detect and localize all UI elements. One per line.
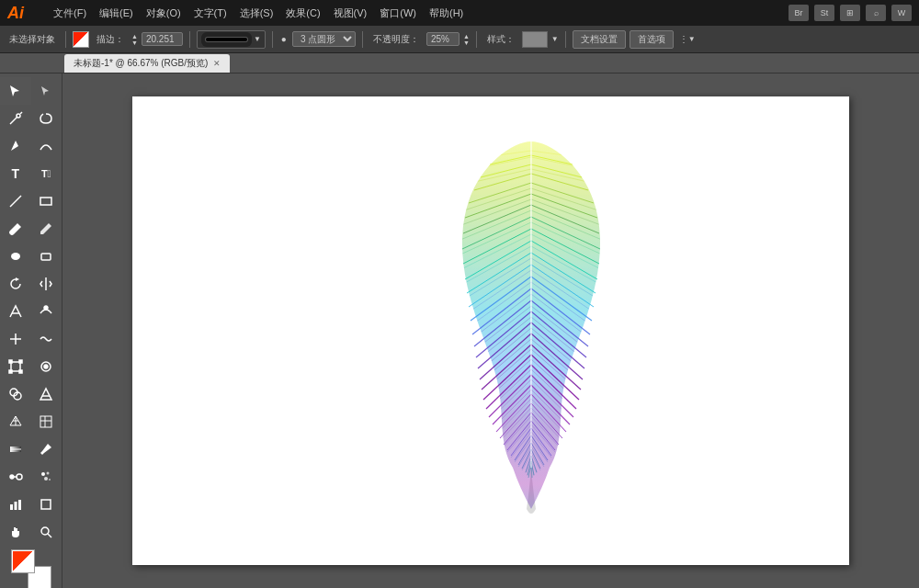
- search-icon[interactable]: ⌕: [866, 5, 886, 21]
- hand-tool[interactable]: [0, 518, 31, 546]
- free-transform-tool[interactable]: [0, 353, 31, 380]
- touch-type-icon: T⃝: [41, 168, 51, 179]
- tool-row-3: [0, 132, 62, 160]
- tool-row-2: [0, 105, 62, 132]
- paintbrush-tool[interactable]: [0, 215, 31, 243]
- lasso-tool[interactable]: [31, 105, 62, 132]
- touch-type-tool[interactable]: T⃝: [31, 160, 62, 187]
- sep5: [476, 31, 477, 48]
- warp-tool[interactable]: [31, 325, 62, 353]
- blob-brush-tool[interactable]: [0, 243, 31, 270]
- brush-preview[interactable]: ▼: [197, 30, 266, 49]
- stroke-spinners[interactable]: ▲ ▼: [131, 33, 138, 46]
- more-options-icon[interactable]: ⋮ ▼: [677, 34, 698, 44]
- symbol-sprayer-tool[interactable]: [31, 463, 62, 491]
- opacity-spinners[interactable]: ▲ ▼: [463, 33, 470, 46]
- svg-point-1: [17, 114, 20, 118]
- foreground-color-swatch[interactable]: [11, 549, 35, 573]
- menu-type[interactable]: 文字(T): [188, 5, 233, 22]
- eraser-tool[interactable]: [31, 243, 62, 270]
- stroke-color-swatch[interactable]: [73, 31, 89, 48]
- stock-icon[interactable]: St: [814, 5, 834, 21]
- rectangle-tool[interactable]: [31, 187, 62, 215]
- fg-bg-container: [11, 549, 51, 588]
- gradient-tool[interactable]: [0, 435, 31, 463]
- menu-bar: 文件(F) 编辑(E) 对象(O) 文字(T) 选择(S) 效果(C) 视图(V…: [48, 5, 777, 22]
- eyedropper-tool[interactable]: [31, 435, 62, 463]
- tool-row-8: [0, 270, 62, 298]
- svg-rect-13: [9, 360, 12, 363]
- style-swatch[interactable]: [522, 31, 548, 48]
- tool-row-7: [0, 243, 62, 270]
- svg-point-5: [11, 253, 20, 260]
- document-tab[interactable]: 未标题-1* @ 66.67% (RGB/预览) ✕: [64, 54, 230, 73]
- style-dropdown[interactable]: ▼: [551, 35, 559, 43]
- title-bar-right: Br St ⊞ ⌕ W: [789, 5, 912, 21]
- zoom-tool[interactable]: [31, 518, 62, 546]
- puppet-warp-tool[interactable]: [31, 353, 62, 380]
- menu-effect[interactable]: 效果(C): [280, 5, 325, 22]
- blend-tool[interactable]: [0, 463, 31, 491]
- svg-rect-36: [10, 504, 13, 510]
- preferences-button[interactable]: 首选项: [630, 30, 674, 49]
- svg-line-0: [10, 117, 17, 124]
- pencil-tool[interactable]: [31, 215, 62, 243]
- menu-select[interactable]: 选择(S): [234, 5, 279, 22]
- bridge-icon[interactable]: Br: [789, 5, 809, 21]
- mesh-tool[interactable]: [31, 408, 62, 435]
- svg-line-3: [10, 196, 21, 207]
- feather-artwork: // This will be generated via the script…: [430, 137, 632, 525]
- scale-tool[interactable]: [0, 298, 31, 325]
- svg-point-9: [44, 306, 48, 310]
- sep2: [189, 31, 190, 48]
- svg-rect-6: [41, 254, 51, 260]
- type-icon: T: [11, 166, 19, 181]
- svg-rect-24: [40, 416, 51, 427]
- stroke-label: 描边：: [93, 31, 128, 48]
- window-min-icon[interactable]: W: [891, 5, 912, 21]
- tool-row-6: [0, 215, 62, 243]
- tab-bar: 未标题-1* @ 66.67% (RGB/预览) ✕: [0, 53, 919, 74]
- toolbox: T T⃝: [0, 74, 62, 588]
- pen-tool[interactable]: [0, 132, 31, 160]
- svg-point-30: [17, 474, 22, 480]
- type-tool[interactable]: T: [0, 160, 31, 187]
- tool-row-4: T T⃝: [0, 160, 62, 187]
- width-tool[interactable]: [0, 325, 31, 353]
- menu-edit[interactable]: 编辑(E): [94, 5, 139, 22]
- brush-name-label: ●: [279, 34, 289, 44]
- tab-close-button[interactable]: ✕: [213, 59, 221, 68]
- rotate-tool[interactable]: [0, 270, 31, 298]
- reshape-tool[interactable]: [31, 298, 62, 325]
- menu-help[interactable]: 帮助(H): [424, 5, 469, 22]
- tool-row-9: [0, 298, 62, 325]
- perspective-grid-tool[interactable]: [0, 408, 31, 435]
- tool-row-14: [0, 435, 62, 463]
- direct-selection-tool[interactable]: [31, 77, 62, 105]
- menu-object[interactable]: 对象(O): [141, 5, 187, 22]
- workspace-icon[interactable]: ⊞: [840, 5, 860, 21]
- brush-select[interactable]: 3 点圆形: [292, 31, 356, 47]
- tool-row-11: [0, 353, 62, 380]
- menu-window[interactable]: 窗口(W): [374, 5, 422, 22]
- doc-settings-button[interactable]: 文档设置: [573, 30, 626, 49]
- stroke-value-input[interactable]: [142, 32, 183, 46]
- magic-wand-tool[interactable]: [0, 105, 31, 132]
- menu-file[interactable]: 文件(F): [48, 5, 92, 22]
- artboard-tool[interactable]: [31, 491, 62, 518]
- live-paint-tool[interactable]: [31, 380, 62, 408]
- opacity-label: 不透明度：: [369, 31, 423, 48]
- curvature-tool[interactable]: [31, 132, 62, 160]
- opacity-input[interactable]: [426, 32, 460, 46]
- selection-tool[interactable]: [0, 77, 31, 105]
- shape-builder-tool[interactable]: [0, 380, 31, 408]
- tab-title: 未标题-1* @ 66.67% (RGB/预览): [74, 57, 208, 70]
- menu-view[interactable]: 视图(V): [328, 5, 373, 22]
- reflect-tool[interactable]: [31, 270, 62, 298]
- line-tool[interactable]: [0, 187, 31, 215]
- column-graph-tool[interactable]: [0, 491, 31, 518]
- sep4: [362, 31, 363, 48]
- svg-point-40: [41, 527, 49, 535]
- tool-row-15: [0, 463, 62, 491]
- tool-row-12: [0, 380, 62, 408]
